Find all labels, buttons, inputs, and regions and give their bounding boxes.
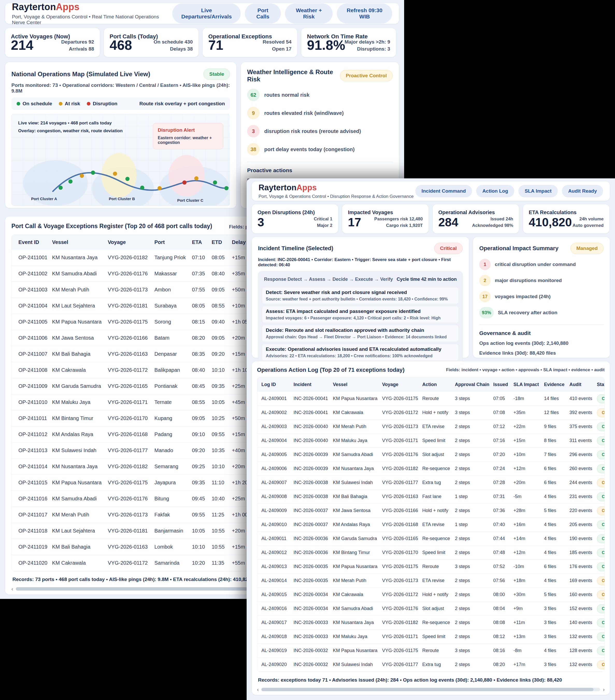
column-header: Port [154, 239, 192, 245]
status-pill: Closed [597, 618, 605, 627]
nav-button[interactable]: Port Calls [245, 3, 281, 24]
scroll-left-icon[interactable]: ‹ [11, 586, 13, 592]
cell-port: Makassar [154, 271, 192, 277]
kpi-side-line: Passengers risk 12,480 [374, 216, 423, 222]
kpi-value: 71 [208, 37, 223, 53]
column-header: Incident [294, 382, 333, 387]
cell-incident: INC-2026-00038 [294, 480, 333, 485]
cell-sla-impact: +14m [513, 536, 544, 541]
cell-sla-impact: -10m [513, 564, 544, 569]
proactive-actions-title: Proactive actions [247, 167, 393, 173]
cell-vessel: KM Samudra Abadi [52, 496, 108, 502]
cell-eta: 08:35 [192, 351, 212, 357]
kpi-side-stats: Resolved 54 Open 17 [263, 38, 292, 52]
table-row[interactable]: AL-2409016 INC-2026-00034 KM Samudra Aba… [257, 602, 604, 616]
cell-incident: INC-2026-00036 [294, 536, 333, 541]
cell-etd: 10:55 [212, 544, 232, 550]
scrollbar-track[interactable] [261, 688, 601, 691]
cell-voyage: VYG-2026-01177 [382, 662, 422, 667]
cell-eta: 08:45 [192, 383, 212, 389]
cell-etd: 10:10 [212, 367, 232, 373]
cell-voyage: VYG-2026-01176 [108, 271, 154, 277]
nav-button[interactable]: Live Departures/Arrivals [172, 3, 241, 24]
table-row[interactable]: AL-2409019 INC-2026-00032 KM Papua Nusan… [257, 644, 604, 658]
response-flow-label: Response Detect → Assess → Decide → Exec… [264, 277, 393, 282]
status-pill: Open [597, 408, 605, 417]
divider [479, 325, 604, 325]
actionlog-footer: Records: exceptions today 71 • Advisorie… [257, 677, 605, 683]
cell-voyage: VYG-2026-01175 [382, 648, 422, 653]
table-row[interactable]: AL-2409010 INC-2026-00037 KM Andalas Ray… [257, 518, 604, 532]
table-row[interactable]: AL-2409002 INC-2026-00041 KM Cakrawala V… [257, 406, 604, 420]
cell-evidence: 6 files [544, 466, 569, 471]
cell-evidence: 12 files [544, 410, 569, 415]
scrollbar-thumb[interactable] [261, 688, 593, 691]
cell-status: Closed [597, 436, 605, 445]
cell-voyage: VYG-2026-01181 [108, 303, 154, 309]
cell-voyage: VYG-2026-01176 [382, 606, 422, 611]
cell-action: Fast lane [422, 494, 455, 499]
nav-button[interactable]: Action Log [476, 185, 514, 197]
cell-etd: 10:25 [212, 415, 232, 421]
scroll-right-icon[interactable]: › [603, 687, 605, 692]
nav-button[interactable]: SLA Impact [518, 185, 558, 197]
kpi-side-line: Delays 38 [154, 45, 193, 52]
table-row[interactable]: AL-2409005 INC-2026-00039 KM Samudra Aba… [257, 448, 604, 462]
table-row[interactable]: AL-2409006 INC-2026-00039 KM Nusantara J… [257, 462, 604, 476]
weather-panel-title: Weather Intelligence & Route Risk [247, 68, 340, 83]
table-row[interactable]: AL-2409009 INC-2026-00037 KM Jawa Sentos… [257, 504, 604, 518]
table-row[interactable]: AL-2409007 INC-2026-00038 KM Sulawesi In… [257, 476, 604, 490]
cell-issued: 07:48 [493, 550, 513, 555]
cell-evidence: 6 files [544, 480, 569, 485]
cell-vessel: KM Bali Bahagia [52, 351, 108, 357]
cell-eta: 08:20 [192, 335, 212, 341]
cell-sla-impact: -18m [513, 396, 544, 401]
cell-voyage: VYG-2026-01165 [108, 383, 154, 389]
status-pill: Closed [597, 520, 605, 529]
map-subtitle: Ports monitored: 73 • Operational corrid… [11, 83, 230, 94]
table-row[interactable]: AL-2409017 INC-2026-00033 KM Nusantara J… [257, 616, 604, 630]
table-row[interactable]: AL-2409020 INC-2026-00032 KM Sulawesi In… [257, 658, 604, 672]
table-row[interactable]: AL-2409013 INC-2026-00035 KM Papua Nusan… [257, 560, 604, 574]
cell-event-id: OP-2411013 [18, 448, 52, 453]
column-header: Voyage [382, 382, 422, 387]
disruption-alert-box: Disruption Alert Eastern corridor: weath… [153, 123, 223, 149]
cell-eta: 08:15 [192, 319, 212, 325]
cell-etd: 09:05 [212, 335, 232, 341]
impact-count-badge: 1 [479, 259, 491, 270]
table-row[interactable]: AL-2409001 INC-2026-00041 KM Papua Nusan… [257, 392, 604, 406]
cell-log-id: AL-2409001 [261, 396, 294, 401]
cell-approval-chain: 3 steps [455, 410, 493, 415]
cell-audit: 185 events [569, 550, 597, 555]
table-row[interactable]: AL-2409014 INC-2026-00035 KM Merah Putih… [257, 574, 604, 588]
map-live-line1: Live view: 214 voyages • 468 port calls … [18, 119, 123, 127]
cell-approval-chain: 3 steps [455, 564, 493, 569]
table-row[interactable]: AL-2409008 INC-2026-00038 KM Bali Bahagi… [257, 490, 604, 504]
nav-button[interactable]: Weather + Risk [285, 3, 333, 24]
table-row[interactable]: AL-2409004 INC-2026-00040 KM Maluku Jaya… [257, 434, 604, 448]
cell-evidence: 4 files [544, 536, 569, 541]
cell-approval-chain: 2 steps [455, 424, 493, 429]
table-row[interactable]: AL-2409018 INC-2026-00033 KM Maluku Jaya… [257, 630, 604, 644]
cell-eta: 09:05 [192, 415, 212, 421]
window1-kpi-row: Active Voyages (Now) 214 Departures 92 A… [5, 28, 396, 57]
table-row[interactable]: AL-2409012 INC-2026-00036 KM Bintang Tim… [257, 546, 604, 560]
table-row[interactable]: AL-2409011 INC-2026-00036 KM Garuda Samu… [257, 532, 604, 546]
cell-voyage: VYG-2026-01170 [382, 550, 422, 555]
cell-evidence: 3 files [544, 620, 569, 625]
nav-button[interactable]: Incident Command [415, 185, 472, 197]
nav-button[interactable]: Refresh 09:30 WIB [337, 3, 392, 24]
nav-button[interactable]: Audit Ready [562, 185, 603, 197]
cell-incident: INC-2026-00040 [294, 424, 333, 429]
scroll-left-icon[interactable]: ‹ [257, 687, 259, 692]
table-row[interactable]: AL-2409003 INC-2026-00040 KM Merah Putih… [257, 420, 604, 434]
app-logo: RaytertonApps [258, 183, 413, 192]
cell-sla-impact: +22m [513, 424, 544, 429]
column-header: Status [597, 382, 605, 387]
kpi-side-line: Arrivals 88 [61, 45, 94, 52]
cell-status: Closed [597, 492, 605, 501]
cell-action: Reroute [422, 396, 455, 401]
cell-event-id: OP-2411014 [18, 464, 52, 470]
legend-item: On schedule [16, 101, 52, 107]
table-row[interactable]: AL-2409015 INC-2026-00034 KM Cakrawala V… [257, 588, 604, 602]
